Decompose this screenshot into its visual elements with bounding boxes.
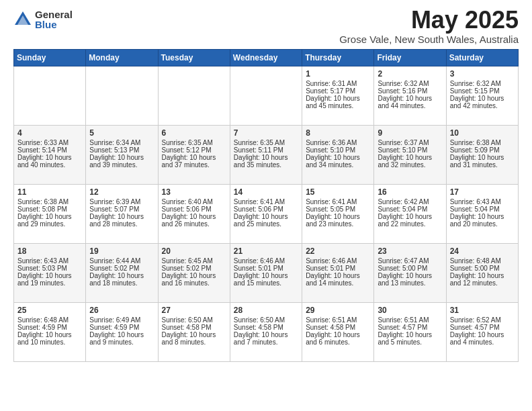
daylight-text: Daylight: 10 hours and 14 minutes. [306,272,360,287]
day-number: 3 [450,69,515,79]
sunset-text: Sunset: 5:17 PM [306,87,355,95]
calendar-cell: 5 Sunrise: 6:34 AM Sunset: 5:13 PM Dayli… [86,125,158,184]
sunrise-text: Sunrise: 6:48 AM [17,316,69,324]
daylight-text: Daylight: 10 hours and 42 minutes. [450,95,504,109]
sunrise-text: Sunrise: 6:34 AM [89,139,140,146]
day-number: 1 [306,69,370,79]
calendar-cell: 19 Sunrise: 6:44 AM Sunset: 5:02 PM Dayl… [86,243,158,302]
day-number: 29 [306,306,370,315]
daylight-text: Daylight: 10 hours and 26 minutes. [162,213,216,228]
calendar-week-row: 1 Sunrise: 6:31 AM Sunset: 5:17 PM Dayli… [14,66,519,125]
daylight-text: Daylight: 10 hours and 44 minutes. [378,95,432,109]
day-number: 13 [162,187,226,197]
daylight-text: Daylight: 10 hours and 45 minutes. [306,95,360,109]
day-header-sunday: Sunday [14,49,86,66]
sunset-text: Sunset: 5:02 PM [89,265,139,272]
day-number: 20 [162,246,226,256]
day-number: 9 [378,128,442,138]
sunrise-text: Sunrise: 6:37 AM [378,139,429,146]
calendar-cell: 22 Sunrise: 6:46 AM Sunset: 5:01 PM Dayl… [302,243,374,302]
sunrise-text: Sunrise: 6:45 AM [162,257,213,265]
sunset-text: Sunset: 5:01 PM [306,265,355,272]
daylight-text: Daylight: 10 hours and 13 minutes. [378,272,432,287]
daylight-text: Daylight: 10 hours and 40 minutes. [17,154,72,169]
day-header-row: SundayMondayTuesdayWednesdayThursdayFrid… [14,49,519,66]
daylight-text: Daylight: 10 hours and 34 minutes. [306,154,360,169]
sunset-text: Sunset: 5:01 PM [234,265,283,272]
calendar-cell: 17 Sunrise: 6:43 AM Sunset: 5:04 PM Dayl… [446,184,518,243]
day-number: 6 [162,128,226,138]
calendar-cell: 29 Sunrise: 6:51 AM Sunset: 4:58 PM Dayl… [302,302,374,361]
day-number: 23 [378,246,442,256]
calendar-cell: 12 Sunrise: 6:39 AM Sunset: 5:07 PM Dayl… [86,184,158,243]
day-number: 11 [17,187,82,197]
calendar-cell: 27 Sunrise: 6:50 AM Sunset: 4:58 PM Dayl… [158,302,230,361]
calendar-cell: 23 Sunrise: 6:47 AM Sunset: 5:00 PM Dayl… [374,243,446,302]
calendar-cell [14,66,86,125]
sunrise-text: Sunrise: 6:41 AM [306,198,357,205]
sunset-text: Sunset: 5:10 PM [306,146,355,154]
daylight-text: Daylight: 10 hours and 12 minutes. [450,272,504,287]
sunset-text: Sunset: 4:58 PM [162,324,212,331]
logo: General Blue [13,9,73,30]
sunrise-text: Sunrise: 6:36 AM [306,139,357,146]
sunrise-text: Sunrise: 6:32 AM [378,80,429,87]
daylight-text: Daylight: 10 hours and 28 minutes. [89,213,144,228]
day-header-monday: Monday [86,49,158,66]
daylight-text: Daylight: 10 hours and 5 minutes. [378,331,432,346]
daylight-text: Daylight: 10 hours and 22 minutes. [378,213,432,228]
sunrise-text: Sunrise: 6:43 AM [450,198,501,205]
sunset-text: Sunset: 5:06 PM [234,205,283,213]
sunrise-text: Sunrise: 6:41 AM [234,198,285,205]
sunrise-text: Sunrise: 6:46 AM [306,257,357,265]
daylight-text: Daylight: 10 hours and 35 minutes. [234,154,288,169]
day-number: 21 [234,246,298,256]
day-number: 14 [234,187,298,197]
day-header-tuesday: Tuesday [158,49,230,66]
calendar-cell: 31 Sunrise: 6:52 AM Sunset: 4:57 PM Dayl… [446,302,518,361]
sunset-text: Sunset: 5:00 PM [450,265,500,272]
sunset-text: Sunset: 5:05 PM [306,205,355,213]
day-number: 4 [17,128,82,138]
sunset-text: Sunset: 4:58 PM [306,324,355,331]
logo-general-text: General [35,9,73,19]
logo-blue-text: Blue [35,19,73,30]
calendar-cell [158,66,230,125]
daylight-text: Daylight: 10 hours and 32 minutes. [378,154,432,169]
sunset-text: Sunset: 5:16 PM [378,87,427,95]
daylight-text: Daylight: 10 hours and 4 minutes. [450,331,504,346]
daylight-text: Daylight: 10 hours and 25 minutes. [234,213,288,228]
day-number: 22 [306,246,370,256]
daylight-text: Daylight: 10 hours and 8 minutes. [162,331,216,346]
day-number: 25 [17,306,82,315]
sunset-text: Sunset: 5:09 PM [450,146,500,154]
day-number: 28 [234,306,298,315]
sunrise-text: Sunrise: 6:40 AM [162,198,213,205]
calendar-cell: 3 Sunrise: 6:32 AM Sunset: 5:15 PM Dayli… [446,66,518,125]
sunset-text: Sunset: 4:59 PM [89,324,139,331]
day-number: 30 [378,306,442,315]
sunrise-text: Sunrise: 6:35 AM [234,139,285,146]
daylight-text: Daylight: 10 hours and 6 minutes. [306,331,360,346]
calendar-cell: 13 Sunrise: 6:40 AM Sunset: 5:06 PM Dayl… [158,184,230,243]
month-title: May 2025 [339,7,519,34]
calendar-week-row: 25 Sunrise: 6:48 AM Sunset: 4:59 PM Dayl… [14,302,519,361]
calendar-cell: 6 Sunrise: 6:35 AM Sunset: 5:12 PM Dayli… [158,125,230,184]
sunrise-text: Sunrise: 6:32 AM [450,80,501,87]
daylight-text: Daylight: 10 hours and 39 minutes. [89,154,144,169]
sunset-text: Sunset: 5:02 PM [162,265,212,272]
sunset-text: Sunset: 5:13 PM [89,146,139,154]
calendar-cell: 15 Sunrise: 6:41 AM Sunset: 5:05 PM Dayl… [302,184,374,243]
sunset-text: Sunset: 5:04 PM [450,205,500,213]
daylight-text: Daylight: 10 hours and 15 minutes. [234,272,288,287]
day-number: 8 [306,128,370,138]
calendar-cell: 16 Sunrise: 6:42 AM Sunset: 5:04 PM Dayl… [374,184,446,243]
calendar-cell: 26 Sunrise: 6:49 AM Sunset: 4:59 PM Dayl… [86,302,158,361]
day-number: 12 [89,187,154,197]
location-subtitle: Grose Vale, New South Wales, Australia [339,34,519,45]
daylight-text: Daylight: 10 hours and 18 minutes. [89,272,144,287]
sunrise-text: Sunrise: 6:50 AM [162,316,213,324]
sunrise-text: Sunrise: 6:42 AM [378,198,429,205]
day-number: 2 [378,69,442,79]
calendar-cell: 18 Sunrise: 6:43 AM Sunset: 5:03 PM Dayl… [14,243,86,302]
